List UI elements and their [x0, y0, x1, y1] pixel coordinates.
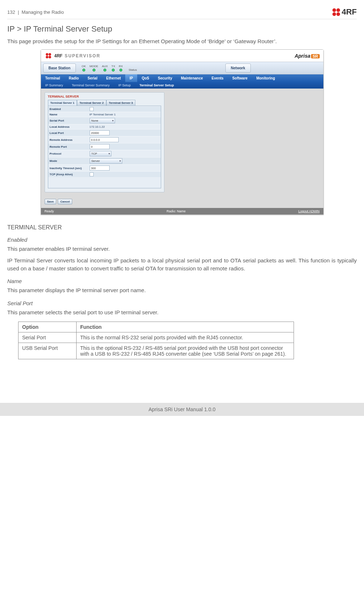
remote-address-input[interactable] [90, 137, 119, 142]
logout-link[interactable]: Logout ADMIN [298, 209, 320, 213]
led-aux-icon [103, 69, 106, 71]
screenshot-panel: 4RF SUPERVISOR AprisaSR Base Station OK … [41, 49, 324, 215]
serial-p: This parameter selects the serial port t… [7, 308, 357, 316]
status-bar: Base Station OK MODE AUX TX RX Status Ne… [41, 62, 323, 74]
nav1-events[interactable]: Events [207, 74, 228, 82]
local-address-value: 172.10.1.22 [90, 125, 105, 128]
enabled-checkbox[interactable] [90, 107, 94, 111]
led-row: OK MODE AUX TX RX Status [82, 65, 137, 71]
td-option: USB Serial Port [19, 343, 77, 359]
page-footer: Aprisa SRi User Manual 1.0.0 [0, 403, 364, 416]
sub-serial: Serial Port [7, 300, 357, 306]
section-terminal-server: TERMINAL SERVER [7, 224, 357, 231]
save-button[interactable]: Save [45, 199, 57, 204]
header-left: 132 | Managing the Radio [7, 9, 64, 15]
aprisa-logo: AprisaSR [295, 53, 320, 59]
led-tx-icon [112, 69, 115, 71]
nav2-ip-summary[interactable]: IP Summary [41, 82, 68, 89]
table-header-row: Option Function [19, 322, 294, 332]
td-function: This is the optional RS-232 / RS-485 ser… [77, 343, 294, 359]
protocol-select[interactable]: TCP [90, 151, 111, 156]
nav2-ts-setup[interactable]: Terminal Server Setup [135, 82, 178, 89]
secondary-nav: IP Summary Terminal Server Summary IP Se… [41, 82, 323, 89]
nav1-ip[interactable]: IP [125, 74, 137, 82]
led-ok-icon [82, 69, 85, 71]
page-number: 132 [7, 9, 15, 15]
name-p: This parameter displays the IP terminal … [7, 286, 357, 294]
status-label: Status [128, 68, 137, 71]
cancel-button[interactable]: Cancel [58, 199, 72, 204]
led-mode-icon [93, 69, 95, 71]
footer-radio: Radio: Name [167, 209, 186, 213]
page-header: 132 | Managing the Radio 4RF [7, 7, 357, 19]
nav1-ethernet[interactable]: Ethernet [102, 74, 125, 82]
nav1-qos[interactable]: QoS [137, 74, 154, 82]
nav2-ip-setup[interactable]: IP Setup [114, 82, 135, 89]
tab-base-station[interactable]: Base Station [43, 64, 76, 73]
nav1-terminal[interactable]: Terminal [41, 74, 65, 82]
brand-logo: 4RF [332, 7, 357, 17]
nav1-monitoring[interactable]: Monitoring [252, 74, 279, 82]
serial-port-select[interactable]: None [90, 118, 115, 123]
th-function: Function [77, 322, 294, 332]
nav1-security[interactable]: Security [154, 74, 176, 82]
ts-tab-3[interactable]: Terminal Server 3 [106, 100, 136, 106]
brand-small: 4RF [54, 53, 63, 58]
nav2-ts-summary[interactable]: Terminal Server Summary [68, 82, 114, 89]
options-table: Option Function Serial Port This is the … [18, 322, 294, 359]
ts-tabs: Terminal Server 1 Terminal Server 2 Term… [48, 100, 161, 106]
table-row: Serial Port This is the normal RS-232 se… [19, 332, 294, 343]
primary-nav: Terminal Radio Serial Ethernet IP QoS Se… [41, 74, 323, 82]
enabled-p2: IP Terminal Server converts local incomi… [7, 257, 357, 273]
sub-name: Name [7, 278, 357, 284]
local-port-input[interactable] [90, 130, 110, 135]
inactivity-input[interactable] [90, 165, 110, 171]
enabled-p1: This parameter enables IP terminal serve… [7, 245, 357, 253]
mode-select[interactable]: Server [90, 158, 122, 164]
td-function: This is the normal RS-232 serial ports p… [77, 332, 294, 343]
brand-text: 4RF [341, 7, 357, 17]
screenshot-footer: Ready Radio: Name Logout ADMIN [41, 208, 323, 214]
supervisor-bar: 4RF SUPERVISOR AprisaSR [41, 50, 323, 62]
nav1-serial[interactable]: Serial [83, 74, 102, 82]
nav1-software[interactable]: Software [228, 74, 252, 82]
led-rx-icon [119, 69, 122, 71]
ts-tab-2[interactable]: Terminal Server 2 [77, 100, 106, 106]
clover-icon [332, 8, 340, 16]
th-option: Option [19, 322, 77, 332]
terminal-server-panel: TERMINAL SERVER Terminal Server 1 Termin… [45, 92, 164, 192]
tab-network[interactable]: Network [225, 64, 250, 73]
screenshot-body: TERMINAL SERVER Terminal Server 1 Termin… [41, 89, 323, 208]
sub-enabled: Enabled [7, 237, 357, 243]
intro-paragraph: This page provides the setup for the IP … [7, 37, 357, 45]
name-value: IP Terminal Server 1 [90, 113, 116, 116]
panel-title: TERMINAL SERVER [48, 95, 161, 98]
form-area: Enabled NameIP Terminal Server 1 Serial … [48, 106, 161, 188]
remote-port-input[interactable] [90, 144, 110, 149]
clover-icon [46, 53, 51, 58]
table-row: USB Serial Port This is the optional RS-… [19, 343, 294, 359]
td-option: Serial Port [19, 332, 77, 343]
nav1-radio[interactable]: Radio [64, 74, 83, 82]
page-title: IP > IP Terminal Server Setup [7, 24, 357, 34]
section-title: Managing the Radio [22, 9, 64, 15]
nav1-maintenance[interactable]: Maintenance [177, 74, 208, 82]
ts-tab-1[interactable]: Terminal Server 1 [48, 100, 77, 106]
supervisor-label: SUPERVISOR [65, 53, 100, 58]
footer-ready: Ready [45, 209, 54, 213]
keepalive-checkbox[interactable] [90, 172, 94, 176]
